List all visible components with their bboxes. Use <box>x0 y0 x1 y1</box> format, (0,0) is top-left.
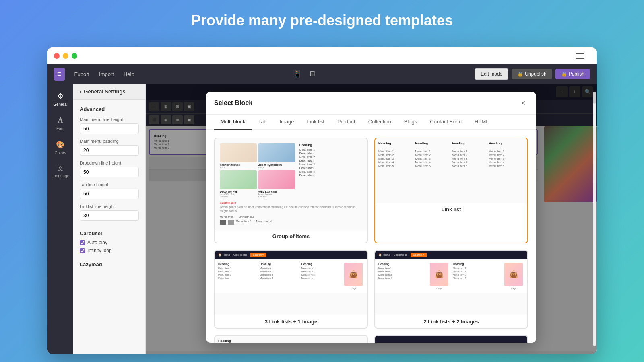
tab-multi-block[interactable]: Multi block <box>214 115 252 130</box>
input-dropdown-line-height[interactable] <box>80 167 139 177</box>
maximize-button[interactable] <box>72 53 77 59</box>
group-icon-row: Menu item 4 Menu item 4 <box>220 220 362 225</box>
group-item3-sub2: Posters <box>220 195 257 198</box>
sidebar-item-language[interactable]: 文 Language <box>47 162 73 181</box>
group-icon-2 <box>228 220 234 225</box>
unpublish-button[interactable]: 🔒 Unpublish <box>512 69 552 79</box>
select-block-modal: Select Block × Multi block Tab Image Lin… <box>206 92 536 343</box>
3ll-col3-i1: Menu item 1 <box>301 267 340 269</box>
2ll-bag2-icon: 👜 <box>504 263 523 286</box>
ll-heading-1: Heading <box>378 142 414 145</box>
template-3ll-preview: 🏠 Home Collections Search ▾ Heading <box>215 251 367 315</box>
nav-import[interactable]: Import <box>99 71 114 77</box>
template-2ll-2img[interactable]: 🏠 Home Collections Search ▾ Heading <box>374 250 528 329</box>
sidebar-item-general[interactable]: ⚙ General <box>47 88 73 110</box>
ll-col-3: Menu item 1 Menu item 2 Menu item 3 Menu… <box>452 150 487 168</box>
2ll-col2-i2: Menu item 2 <box>453 270 500 273</box>
2ll-col1-i3: Menu item 3 <box>378 274 425 276</box>
3ll-col-2: Heading Menu item 1 Menu item 2 Menu ite… <box>260 263 298 290</box>
3ll-col1-heading: Heading <box>218 263 256 265</box>
3ll-col1-i2: Menu item 2 <box>218 270 256 273</box>
group-layout: Fashion trends 2019 Zoom Hydroderm Work <box>220 143 362 198</box>
desktop-icon[interactable]: 🖥 <box>308 70 316 78</box>
ll-items-grid: Menu item 1 Menu item 2 Menu item 3 Menu… <box>378 150 524 168</box>
minimize-button[interactable] <box>63 53 68 59</box>
template-link-list-label: Link list <box>375 203 527 216</box>
tab-image[interactable]: Image <box>273 115 300 130</box>
close-button[interactable] <box>54 53 60 59</box>
input-main-menu-padding[interactable] <box>80 145 139 156</box>
tab-link-list[interactable]: Link list <box>301 115 331 130</box>
2ll-bag2-label: Bags <box>511 287 516 290</box>
input-main-menu-line-height[interactable] <box>80 123 139 134</box>
sidebar-item-font[interactable]: A Font <box>47 113 73 134</box>
tab-contact-form[interactable]: Contact Form <box>423 115 468 130</box>
group-item-1: Fashion trends 2019 <box>220 143 257 169</box>
template-3ll-1img[interactable]: 🏠 Home Collections Search ▾ Heading <box>214 250 368 329</box>
sidebar-item-colors[interactable]: 🎨 Colors <box>47 137 73 158</box>
group-menu-heading: Heading <box>299 143 362 147</box>
gear-icon: ⚙ <box>57 92 64 101</box>
infinity-loop-checkbox[interactable] <box>80 248 85 253</box>
3ll-col2-heading: Heading <box>260 263 298 265</box>
2ll-col1-i1: Menu item 1 <box>378 267 425 269</box>
modal-body: Fashion trends 2019 Zoom Hydroderm Work <box>206 130 536 343</box>
tab-collection[interactable]: Collection <box>362 115 398 130</box>
group-item-4: Why Lux Vans Hotel Rooms For You <box>258 170 295 198</box>
settings-back-button[interactable]: ‹ General Settings <box>73 84 145 100</box>
infinity-loop-row: Infinity loop <box>80 248 139 253</box>
sidebar-label-general: General <box>53 102 68 107</box>
group-menu-item2: Menu item 2 <box>299 156 362 158</box>
nav-export[interactable]: Export <box>74 71 90 77</box>
2ll-col1-i4: Menu item 4 <box>378 277 425 279</box>
3ll-col2-i2: Menu item 2 <box>260 270 298 273</box>
group-item4-title: Why Lux Vans <box>258 190 295 193</box>
3ll-nav-collections: Collections <box>233 253 247 256</box>
sidebar-label-font: Font <box>56 126 64 131</box>
settings-section-title: Advanced <box>80 106 139 112</box>
2ll-nav-search: Search ▾ <box>411 253 427 257</box>
ll-c3-i4: Menu item 4 <box>452 161 487 164</box>
2ll-bag2: 👜 Bags <box>503 263 524 290</box>
template-link-list[interactable]: Heading Heading Heading Heading Menu ite… <box>374 138 528 243</box>
tab-blogs[interactable]: Blogs <box>398 115 424 130</box>
tab-product[interactable]: Product <box>331 115 362 130</box>
template-2ll-preview: 🏠 Home Collections Search ▾ Heading <box>375 251 527 315</box>
ll-c1-i5: Menu item 5 <box>378 165 414 167</box>
3ll-col1-i1: Menu item 1 <box>218 267 256 269</box>
group-menu-desc4: Description <box>299 174 362 177</box>
template-group-preview: Fashion trends 2019 Zoom Hydroderm Work <box>215 138 367 230</box>
template-bottom-2[interactable]: BATHING <box>374 335 528 343</box>
tab-html[interactable]: HTML <box>468 115 495 130</box>
ll-c2-i5: Menu item 5 <box>415 165 451 167</box>
2ll-nav-home: 🏠 Home <box>378 253 390 257</box>
hamburger-icon[interactable] <box>576 53 584 59</box>
group-item2-title: Zoom Hydroderm <box>258 163 295 166</box>
group-bottom-item3: Menu item 3 <box>220 216 235 218</box>
template-group-of-items[interactable]: Fashion trends 2019 Zoom Hydroderm Work <box>214 138 368 243</box>
label-main-menu-padding: Main menu padding <box>80 139 139 144</box>
ll-c3-i5: Menu item 5 <box>452 165 487 167</box>
autoplay-checkbox[interactable] <box>80 240 85 245</box>
publish-button[interactable]: 🔒 Publish <box>555 69 590 79</box>
input-linklist-line-height[interactable] <box>80 210 139 221</box>
edit-mode-button[interactable]: Edit mode <box>475 68 508 80</box>
tb2-logo: BATHING <box>378 342 389 343</box>
menu-icon[interactable]: ≡ <box>54 68 65 81</box>
3ll-nav-home: 🏠 Home <box>218 253 230 257</box>
2ll-col2-i1: Menu item 1 <box>453 267 500 269</box>
lock-icon: 🔒 <box>517 71 523 77</box>
input-tab-line-height[interactable] <box>80 189 139 199</box>
group-menu-item3: Menu item 3 <box>299 163 362 166</box>
group-img-2 <box>258 143 295 162</box>
group-custom-title: Custom title <box>220 201 362 204</box>
ll-c1-i3: Menu item 3 <box>378 157 414 160</box>
label-dropdown-line-height: Dropdown line height <box>80 160 139 165</box>
tb1-heading: Heading <box>218 339 364 343</box>
template-bottom-1[interactable]: Heading <box>214 335 368 343</box>
modal-close-button[interactable]: × <box>518 98 528 108</box>
group-bottom-item4: Menu item 4 <box>239 216 254 218</box>
nav-help[interactable]: Help <box>124 71 134 77</box>
tab-tab[interactable]: Tab <box>252 115 273 130</box>
mobile-icon[interactable]: 📱 <box>293 70 302 78</box>
